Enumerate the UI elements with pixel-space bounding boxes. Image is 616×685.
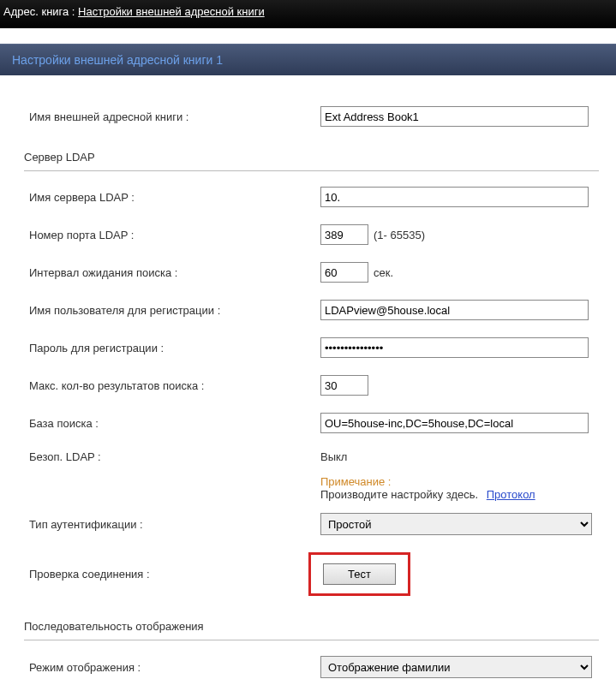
search-base-input[interactable] <box>320 413 589 433</box>
display-mode-select[interactable]: Отображение фамилии <box>320 656 592 678</box>
note-text: Производите настройку здесь. <box>320 488 478 501</box>
test-highlight-box: Тест <box>308 552 410 596</box>
login-pass-label: Пароль для регистрации : <box>29 342 320 354</box>
login-user-input[interactable] <box>320 300 589 320</box>
divider <box>24 170 599 171</box>
server-name-input[interactable] <box>320 187 589 207</box>
port-input[interactable] <box>320 224 368 245</box>
auth-type-label: Тип аутентификации : <box>29 518 320 531</box>
test-button[interactable]: Тест <box>323 563 396 585</box>
max-results-input[interactable] <box>320 375 368 396</box>
auth-type-select[interactable]: Простой <box>320 513 592 535</box>
timeout-input[interactable] <box>320 262 368 283</box>
breadcrumb: Адрес. книга : Настройки внешней адресно… <box>0 0 616 28</box>
timeout-unit: сек. <box>374 266 393 279</box>
divider <box>24 640 599 640</box>
timeout-label: Интервал ожидания поиска : <box>29 266 320 279</box>
book-name-label: Имя внешней адресной книги : <box>29 110 320 123</box>
port-label: Номер порта LDAP : <box>29 229 320 241</box>
breadcrumb-prefix: Адрес. книга : <box>3 5 78 18</box>
book-name-input[interactable] <box>320 106 589 127</box>
section-title: Настройки внешней адресной книги 1 <box>0 44 616 75</box>
secure-ldap-value: Выкл <box>320 450 347 463</box>
breadcrumb-link[interactable]: Настройки внешней адресной книги <box>78 5 265 18</box>
search-base-label: База поиска : <box>29 417 320 430</box>
conn-test-label: Проверка соединения : <box>29 568 320 581</box>
display-section-heading: Последовательность отображения <box>24 605 599 638</box>
protocol-link[interactable]: Протокол <box>487 488 535 501</box>
ldap-section-heading: Сервер LDAP <box>24 135 599 169</box>
secure-ldap-label: Безоп. LDAP : <box>29 450 320 463</box>
max-results-label: Макс. кол-во результатов поиска : <box>29 379 320 392</box>
login-pass-input[interactable] <box>320 337 589 358</box>
display-mode-label: Режим отображения : <box>29 661 320 674</box>
server-name-label: Имя сервера LDAP : <box>29 191 320 204</box>
login-user-label: Имя пользователя для регистрации : <box>29 304 320 317</box>
port-range: (1- 65535) <box>374 229 425 241</box>
note-label: Примечание : <box>320 475 599 488</box>
